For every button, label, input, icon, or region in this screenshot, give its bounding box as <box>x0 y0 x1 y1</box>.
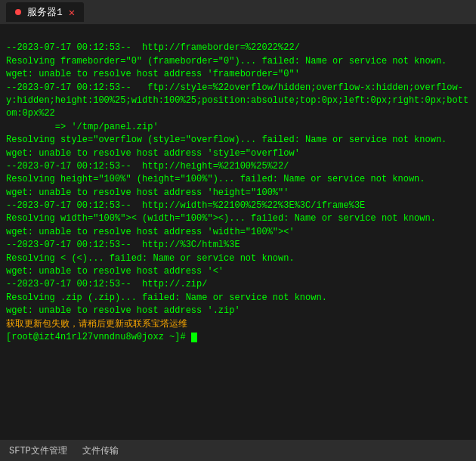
terminal-line: Resolving frameborder="0" (frameborder="… <box>6 56 447 67</box>
terminal-prompt-line: [root@izt4n1rl27vnndnu8w0joxz ~]# <box>6 332 197 342</box>
server-tab[interactable]: 服务器1 ✕ <box>6 2 84 22</box>
terminal-line: --2023-07-17 00:12:53-- http://.zip/ <box>6 279 207 289</box>
tab-label: 服务器1 <box>27 5 63 19</box>
titlebar: 服务器1 ✕ <box>0 0 476 24</box>
terminal-line: wget: unable to resolve host address 'wi… <box>6 227 295 237</box>
terminal-line: --2023-07-17 00:12:53-- http://width=%22… <box>6 200 365 211</box>
terminal-line: --2023-07-17 00:12:53-- ftp://style=%22o… <box>6 82 468 119</box>
tab-status-dot <box>15 9 21 15</box>
terminal-line: => '/tmp/panel.zip' <box>6 122 159 132</box>
terminal-warning-line: 获取更新包失败，请稍后更新或联系宝塔运维 <box>6 319 187 330</box>
terminal-line: --2023-07-17 00:12:53-- http://%3C/html%… <box>6 240 240 250</box>
terminal-line: Resolving .zip (.zip)... failed: Name or… <box>6 292 327 303</box>
terminal-line: wget: unable to resolve host address '<' <box>6 266 224 277</box>
terminal-line: Resolving < (<)... failed: Name or servi… <box>6 253 295 264</box>
terminal-window: 服务器1 ✕ --2023-07-17 00:12:53-- http://fr… <box>0 0 476 461</box>
terminal-line: --2023-07-17 00:12:53-- http://height=%2… <box>6 161 289 172</box>
terminal-line: Resolving style="overflow (style="overfl… <box>6 135 447 145</box>
terminal-line: --2023-07-17 00:12:53-- http://framebord… <box>6 42 300 53</box>
terminal-cursor <box>191 333 197 342</box>
terminal-line: wget: unable to resolve host address 'st… <box>6 148 300 159</box>
terminal-output: --2023-07-17 00:12:53-- http://framebord… <box>6 29 470 357</box>
terminal-line: Resolving height="100%" (height="100%").… <box>6 174 425 184</box>
terminal-line: wget: unable to resolve host address 'fr… <box>6 69 300 79</box>
tab-close-button[interactable]: ✕ <box>69 6 75 19</box>
terminal-line: wget: unable to resolve host address '.z… <box>6 305 240 316</box>
sftp-manager-button[interactable]: SFTP文件管理 <box>9 444 67 457</box>
terminal-line: Resolving width="100%">< (width="100%"><… <box>6 213 436 224</box>
bottom-bar: SFTP文件管理 文件传输 <box>0 440 476 461</box>
terminal-area[interactable]: --2023-07-17 00:12:53-- http://framebord… <box>0 24 476 440</box>
file-transfer-button[interactable]: 文件传输 <box>82 444 119 457</box>
terminal-line: wget: unable to resolve host address 'he… <box>6 187 289 198</box>
